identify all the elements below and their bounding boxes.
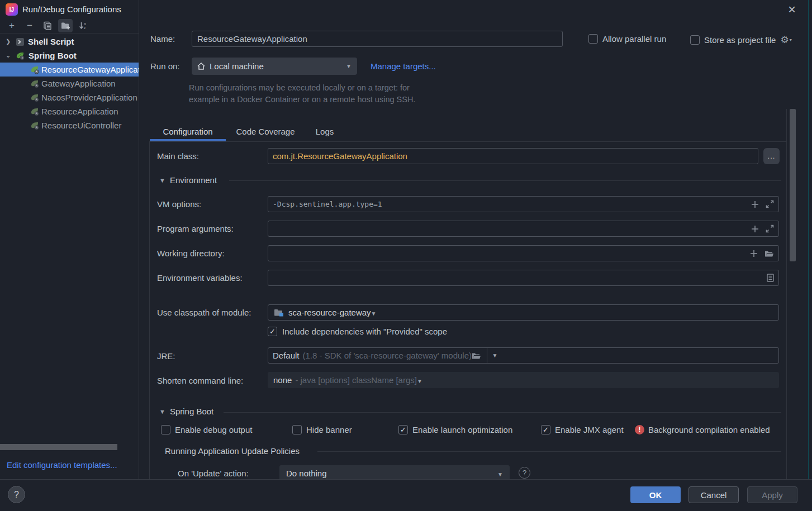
provided-scope-option: ✓ Include dependencies with "Provided" s… — [268, 327, 447, 336]
close-icon[interactable]: × — [783, 1, 800, 18]
store-as-project-file-label: Store as project file — [704, 35, 776, 45]
spring-run-config-icon — [30, 79, 40, 88]
enable-jmx-agent-option: ✓ Enable JMX agent — [541, 421, 624, 438]
copy-icon — [43, 21, 52, 30]
check-icon: ✓ — [400, 426, 406, 433]
vm-options-input[interactable]: -Dcsp.sentinel.app.type=1 — [268, 196, 779, 212]
apply-button[interactable]: Apply — [747, 486, 797, 503]
chevron-down-icon[interactable]: ⌄ — [6, 52, 13, 59]
copy-configuration-button[interactable] — [40, 19, 55, 32]
tree-item-nacos-provider-application[interactable]: NacosProviderApplication — [0, 90, 139, 104]
dropdown-arrow-icon: ▼ — [346, 63, 352, 69]
svg-text:a: a — [84, 21, 86, 25]
jre-value: Default — [273, 351, 300, 360]
spring-run-config-icon — [30, 107, 40, 116]
folder-icon[interactable] — [472, 352, 481, 360]
spring-run-config-icon — [30, 121, 40, 130]
collapse-triangle-icon[interactable]: ▼ — [159, 177, 165, 184]
module-icon — [274, 308, 284, 317]
tree-item-label: NacosProviderApplication — [41, 93, 137, 102]
plus-icon: + — [9, 21, 15, 30]
spring-boot-section-label: Spring Boot — [170, 407, 213, 416]
tab-configuration[interactable]: Configuration — [150, 122, 226, 141]
enable-launch-optimization-checkbox[interactable]: ✓ — [398, 425, 408, 434]
sort-configurations-button[interactable]: az — [76, 19, 91, 32]
environment-variables-label: Environment variables: — [157, 273, 243, 283]
tab-code-coverage[interactable]: Code Coverage — [226, 122, 305, 141]
browse-main-class-button[interactable]: ... — [763, 148, 780, 164]
spring-boot-section-header[interactable]: ▼ Spring Boot — [159, 407, 213, 416]
store-as-project-file-checkbox[interactable]: ✓ — [690, 35, 700, 45]
error-icon: ! — [635, 425, 644, 434]
run-on-select[interactable]: Local machine ▼ — [192, 58, 357, 75]
provided-scope-checkbox[interactable]: ✓ — [268, 327, 277, 336]
shorten-command-line-select[interactable]: none - java [options] className [args] ▼ — [268, 372, 779, 388]
program-arguments-input[interactable] — [268, 221, 779, 237]
collapse-triangle-icon[interactable]: ▼ — [159, 408, 165, 415]
chevron-right-icon[interactable]: ❯ — [6, 38, 13, 45]
tree-item-resource-application[interactable]: ResourceApplication — [0, 104, 139, 118]
dropdown-arrow-icon: ▼ — [497, 471, 503, 477]
sidebar-horizontal-scrollbar[interactable] — [0, 444, 117, 450]
tree-group-spring-boot[interactable]: ⌄ Spring Boot — [0, 49, 139, 63]
ok-button[interactable]: OK — [630, 486, 681, 503]
store-settings-button[interactable]: ⚙ ▾ — [780, 34, 791, 46]
dropdown-arrow-icon: ▼ — [371, 311, 377, 317]
environment-section-rule — [229, 180, 781, 181]
spring-run-config-icon — [30, 65, 40, 74]
add-configuration-button[interactable]: + — [4, 19, 19, 32]
svg-text:z: z — [84, 26, 86, 30]
environment-variables-input[interactable] — [268, 270, 779, 286]
add-macro-icon[interactable] — [750, 250, 758, 257]
allow-parallel-run-checkbox[interactable]: ✓ — [588, 34, 598, 44]
name-label: Name: — [150, 34, 175, 44]
name-input[interactable]: ResourceGatewayApplication — [192, 31, 563, 47]
browse-variables-icon[interactable] — [767, 274, 774, 282]
jre-select[interactable]: Default (1.8 - SDK of 'sca-resource-gate… — [268, 347, 779, 364]
main-class-input[interactable]: com.jt.ResourceGatewayApplication — [268, 148, 758, 164]
jre-dropdown-button[interactable]: ▼ — [487, 348, 502, 363]
tree-item-gateway-application[interactable]: GatewayApplication — [0, 77, 139, 90]
manage-targets-link[interactable]: Manage targets... — [371, 61, 436, 71]
folder-icon[interactable] — [764, 250, 774, 257]
tree-item-resource-ui-controller[interactable]: ResourceUiController — [0, 118, 139, 132]
enable-launch-optimization-label: Enable launch optimization — [412, 425, 512, 434]
active-tab-underline — [150, 139, 226, 141]
tree-group-shell-script[interactable]: ❯ Shell Script — [0, 35, 139, 49]
vertical-scrollbar[interactable] — [790, 109, 796, 261]
remove-configuration-button[interactable]: − — [22, 19, 37, 32]
spring-boot-checkbox-row: ✓ Enable debug output ✓ Hide banner ✓ En… — [149, 421, 787, 438]
minus-icon: − — [27, 21, 32, 30]
on-update-action-label: On 'Update' action: — [178, 469, 249, 478]
new-folder-button[interactable] — [58, 19, 73, 32]
configurations-tree: ❯ Shell Script ⌄ Spring Boot ResourceGat… — [0, 35, 139, 132]
allow-parallel-run-option: ✓ Allow parallel run — [588, 34, 666, 44]
module-select[interactable]: sca-resource-gateway ▼ — [268, 304, 779, 321]
dropdown-arrow-icon: ▼ — [492, 352, 498, 359]
add-macro-icon[interactable] — [751, 200, 759, 208]
enable-jmx-agent-label: Enable JMX agent — [555, 425, 624, 434]
expand-field-icon[interactable] — [766, 225, 774, 233]
cancel-button[interactable]: Cancel — [688, 486, 739, 503]
update-action-help-icon[interactable]: ? — [519, 467, 530, 479]
on-update-action-select[interactable]: Do nothing ▼ — [279, 465, 510, 481]
background-compilation-warning: ! Background compilation enabled — [635, 421, 770, 438]
tree-item-resource-gateway-application[interactable]: ResourceGatewayApplication — [0, 63, 139, 77]
working-directory-input[interactable] — [268, 245, 779, 261]
tree-group-label: Shell Script — [28, 37, 74, 46]
edit-configuration-templates-link[interactable]: Edit configuration templates... — [7, 460, 117, 470]
environment-section-header[interactable]: ▼ Environment — [159, 175, 217, 185]
add-macro-icon[interactable] — [751, 225, 759, 233]
run-on-label: Run on: — [150, 61, 180, 71]
help-button[interactable]: ? — [8, 486, 25, 503]
expand-field-icon[interactable] — [766, 200, 774, 208]
tab-logs[interactable]: Logs — [305, 122, 344, 141]
hide-banner-checkbox[interactable]: ✓ — [292, 425, 302, 434]
working-directory-label: Working directory: — [157, 249, 225, 258]
enable-jmx-agent-checkbox[interactable]: ✓ — [541, 425, 550, 434]
new-folder-icon — [61, 21, 70, 30]
tree-item-label: ResourceUiController — [41, 121, 121, 130]
program-arguments-label: Program arguments: — [157, 224, 234, 233]
main-class-label: Main class: — [157, 151, 199, 161]
enable-debug-output-checkbox[interactable]: ✓ — [161, 425, 170, 434]
